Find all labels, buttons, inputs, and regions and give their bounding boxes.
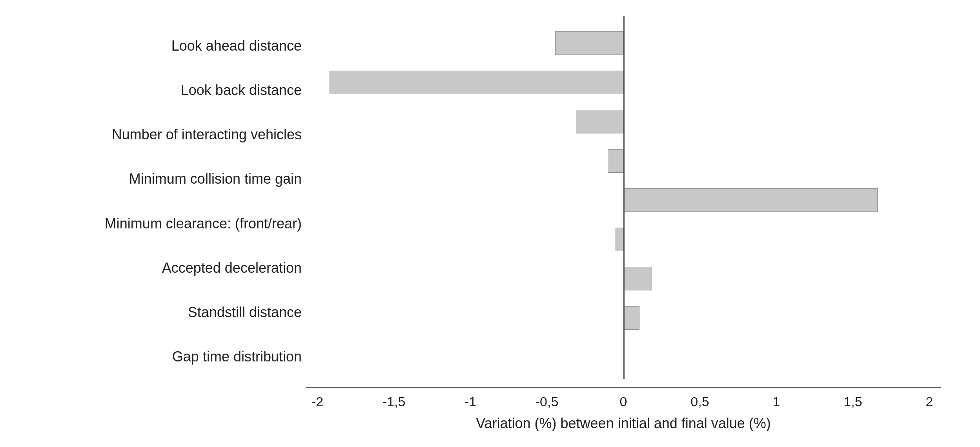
y-label: Accepted deceleration: [39, 248, 302, 287]
y-labels: Look ahead distanceLook back distanceNum…: [39, 16, 306, 387]
bar: [555, 31, 623, 55]
bar: [623, 306, 639, 330]
chart-container: Look ahead distanceLook back distanceNum…: [39, 16, 941, 432]
x-axis: -2-1,5-1-0,500,511,52 Variation (%) betw…: [306, 387, 941, 432]
bar: [576, 110, 624, 133]
x-tick: 0: [612, 394, 635, 409]
y-label: Look ahead distance: [39, 26, 302, 65]
x-tick: -1,5: [382, 394, 406, 409]
x-tick: 1: [765, 394, 788, 409]
y-label: Standstill distance: [39, 293, 302, 332]
bars-section: [306, 16, 941, 387]
x-tick: -2: [306, 394, 329, 409]
x-tick: 1,5: [841, 394, 865, 409]
x-tick: 2: [918, 394, 941, 409]
bar: [623, 188, 878, 212]
x-axis-labels: -2-1,5-1-0,500,511,52: [306, 388, 941, 411]
bar: [330, 71, 623, 94]
chart-area: Look ahead distanceLook back distanceNum…: [39, 16, 941, 387]
y-label: Minimum clearance: (front/rear): [39, 204, 302, 243]
x-tick: -1: [459, 394, 482, 409]
y-label: Look back distance: [39, 70, 302, 109]
y-label: Minimum collision time gain: [39, 159, 302, 199]
zero-line: [623, 16, 625, 379]
x-tick: 0,5: [688, 394, 712, 409]
y-label: Gap time distribution: [39, 337, 302, 376]
bar: [616, 228, 623, 251]
x-tick: -0,5: [535, 394, 559, 409]
bar: [608, 149, 624, 173]
x-axis-title: Variation (%) between initial and final …: [306, 415, 941, 432]
bar: [623, 267, 652, 290]
y-label: Number of interacting vehicles: [39, 115, 302, 154]
